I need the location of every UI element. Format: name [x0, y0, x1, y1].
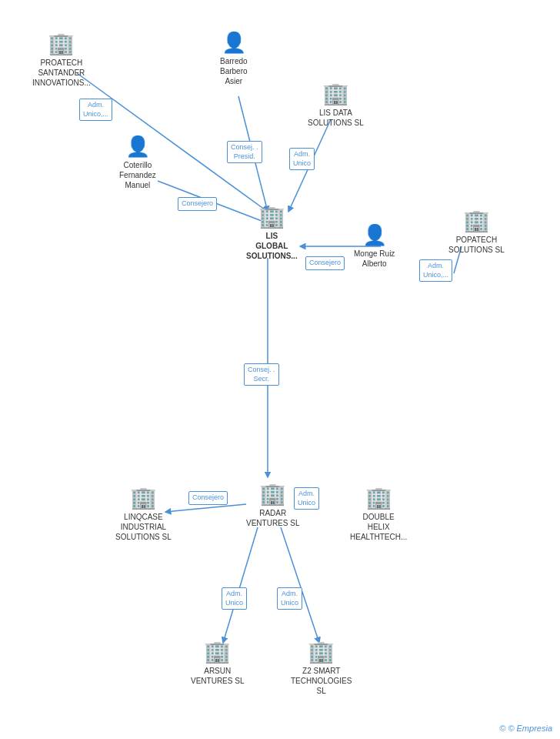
lisglobal-label: LIS GLOBAL SOLUTIONS... — [246, 231, 298, 261]
proatech-label: PROATECH SANTANDER INNOVATIONS... — [32, 58, 91, 88]
building-icon: 🏢 — [365, 485, 392, 510]
linqcase-node[interactable]: 🏢 LINQCASE INDUSTRIAL SOLUTIONS SL — [115, 485, 172, 542]
lisglobal-node[interactable]: 🏢 LIS GLOBAL SOLUTIONS... — [246, 204, 298, 261]
coterillo-label: Coterillo Fernandez Manuel — [119, 160, 156, 190]
building-icon: 🏢 — [204, 639, 231, 664]
red-building-icon: 🏢 — [258, 204, 285, 229]
z2smart-label: Z2 SMART TECHNOLOGIES SL — [291, 666, 352, 696]
svg-line-9 — [281, 527, 319, 643]
diagram: 🏢 PROATECH SANTANDER INNOVATIONS... 👤 Ba… — [0, 0, 560, 739]
building-icon: 🏢 — [463, 208, 490, 233]
barredo-node[interactable]: 👤 Barredo Barbero Asier — [220, 31, 248, 86]
arsun-label: ARSUN VENTURES SL — [191, 666, 244, 686]
person-icon: 👤 — [125, 135, 150, 159]
building-icon: 🏢 — [130, 485, 157, 510]
badge-consejero-radar[interactable]: Consejero — [188, 491, 228, 505]
building-icon: 🏢 — [322, 81, 349, 106]
svg-line-7 — [165, 504, 246, 512]
badge-consej-presid[interactable]: Consej. . Presid. — [227, 141, 262, 163]
badge-adm-arsun[interactable]: Adm. Unico — [222, 587, 247, 610]
badge-consejero-monge[interactable]: Consejero — [305, 256, 345, 270]
lisdata-label: LIS DATA SOLUTIONS SL — [308, 108, 364, 128]
badge-adm-radar[interactable]: Adm. Unico — [294, 487, 319, 510]
watermark-text: © Empresia — [508, 724, 552, 733]
building-icon: 🏢 — [48, 31, 75, 56]
doublehelix-node[interactable]: 🏢 DOUBLE HELIX HEALTHTECH... — [350, 485, 407, 542]
badge-adm-proatech[interactable]: Adm. Unico,... — [79, 99, 112, 121]
person-icon: 👤 — [222, 31, 246, 55]
linqcase-label: LINQCASE INDUSTRIAL SOLUTIONS SL — [115, 512, 172, 542]
badge-consejero-coterillo[interactable]: Consejero — [178, 197, 217, 211]
monge-node[interactable]: 👤 Monge Ruiz Alberto — [354, 223, 395, 269]
watermark: © © Empresia — [499, 724, 552, 733]
radar-label: RADAR VENTURES SL — [246, 508, 299, 528]
radar-node[interactable]: 🏢 RADAR VENTURES SL — [246, 481, 299, 528]
coterillo-node[interactable]: 👤 Coterillo Fernandez Manuel — [119, 135, 156, 190]
svg-line-8 — [223, 527, 258, 643]
doublehelix-label: DOUBLE HELIX HEALTHTECH... — [350, 512, 407, 542]
building-icon: 🏢 — [259, 481, 286, 507]
popatech-label: POPATECH SOLUTIONS SL — [448, 235, 505, 255]
lisdata-node[interactable]: 🏢 LIS DATA SOLUTIONS SL — [308, 81, 364, 128]
arsun-node[interactable]: 🏢 ARSUN VENTURES SL — [191, 639, 244, 686]
badge-adm-z2smart[interactable]: Adm. Unico — [277, 587, 302, 610]
copyright-symbol: © — [499, 724, 505, 733]
monge-label: Monge Ruiz Alberto — [354, 249, 395, 269]
z2smart-node[interactable]: 🏢 Z2 SMART TECHNOLOGIES SL — [291, 639, 352, 696]
badge-adm-popatech[interactable]: Adm. Unico,... — [419, 259, 452, 282]
badge-adm-lisdata[interactable]: Adm. Unico — [289, 148, 315, 170]
person-icon: 👤 — [362, 223, 387, 247]
badge-consej-secr[interactable]: Consej. . Secr. — [244, 363, 279, 386]
popatech-node[interactable]: 🏢 POPATECH SOLUTIONS SL — [448, 208, 505, 255]
proatech-node[interactable]: 🏢 PROATECH SANTANDER INNOVATIONS... — [32, 31, 91, 88]
building-icon: 🏢 — [308, 639, 335, 664]
barredo-label: Barredo Barbero Asier — [220, 56, 248, 86]
